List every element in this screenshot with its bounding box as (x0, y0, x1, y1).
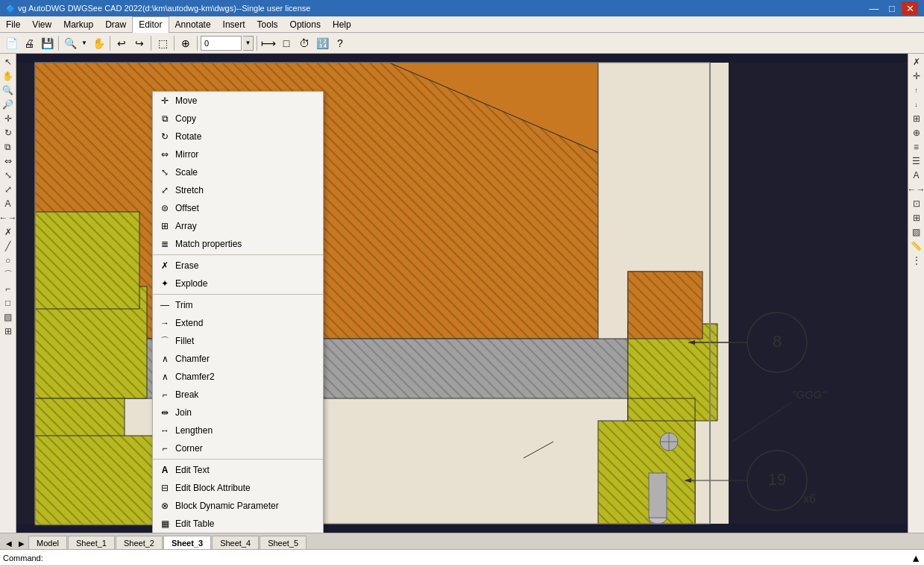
lt-stretch[interactable]: ⤢ (1, 183, 15, 196)
menu-annotate[interactable]: Annotate (169, 16, 217, 33)
menu-file[interactable]: File (0, 16, 26, 33)
menu-match-properties[interactable]: ≣ Match properties (153, 235, 323, 253)
sheet-next[interactable]: ▶ (16, 538, 28, 549)
rt-grid[interactable]: ⊞ (910, 112, 923, 125)
minimize-button[interactable]: — (866, 1, 882, 15)
rt-more[interactable]: ⋮ (910, 254, 923, 267)
layer-input[interactable]: 0 (201, 36, 242, 51)
menu-block-dynamic-parameter[interactable]: ⊗ Block Dynamic Parameter (153, 497, 323, 515)
tb-pan[interactable]: ✋ (90, 35, 107, 51)
lt-block[interactable]: ⊞ (1, 325, 15, 338)
rt-props[interactable]: ☰ (910, 154, 923, 168)
sheet-prev[interactable]: ◀ (3, 538, 15, 549)
menu-corner[interactable]: ⌐ Corner (153, 439, 323, 457)
menu-draw[interactable]: Draw (99, 16, 132, 33)
lt-arrow[interactable]: ↖ (1, 55, 15, 69)
tab-sheet3[interactable]: Sheet_3 (163, 536, 211, 549)
lt-rotate[interactable]: ↻ (1, 126, 15, 140)
rt-move[interactable]: ✛ (910, 69, 923, 83)
rt-hatch2[interactable]: ▨ (910, 225, 923, 239)
tb-undo[interactable]: ↩ (113, 35, 130, 51)
lt-zoomout[interactable]: 🔎 (1, 98, 15, 111)
tb-select[interactable]: ⬚ (154, 35, 171, 51)
rt-block2[interactable]: ⊡ (910, 197, 923, 210)
maximize-button[interactable]: □ (884, 1, 900, 15)
lt-erase[interactable]: ✗ (1, 225, 15, 239)
rt-dim3[interactable]: ←→ (910, 183, 923, 196)
rt-measure[interactable]: 📏 (910, 239, 923, 253)
menu-lengthen[interactable]: ↔ Lengthen (153, 422, 323, 439)
menu-break[interactable]: ⌐ Break (153, 386, 323, 404)
lt-polyline[interactable]: ⌐ (1, 282, 15, 295)
menu-mirror[interactable]: ⇔ Mirror (153, 145, 323, 163)
lt-line[interactable]: ╱ (1, 239, 15, 253)
tb-new[interactable]: 📄 (3, 35, 19, 51)
lt-zoomin[interactable]: 🔍 (1, 84, 15, 97)
tab-sheet2[interactable]: Sheet_2 (116, 536, 163, 549)
lt-mirror[interactable]: ⇔ (1, 154, 15, 168)
rt-zoomin[interactable]: ↑ (910, 84, 923, 97)
menu-stretch[interactable]: ⤢ Stretch (153, 181, 323, 199)
menu-copy[interactable]: ⧉ Copy (153, 110, 323, 128)
tb-watch[interactable]: ⏱ (296, 35, 312, 51)
lt-rect[interactable]: □ (1, 296, 15, 310)
rt-layer2[interactable]: ≡ (910, 140, 923, 154)
tb-print[interactable]: 🖨 (21, 35, 37, 51)
menu-help[interactable]: Help (327, 16, 357, 33)
tb-snap[interactable]: ⊕ (177, 35, 194, 51)
tb-obj[interactable]: □ (278, 35, 295, 51)
tb-zoom[interactable]: 🔍 (62, 35, 78, 51)
menu-extend[interactable]: → Extend (153, 314, 323, 332)
tb-help2[interactable]: ? (332, 35, 348, 51)
tb-calc[interactable]: 🔢 (314, 35, 330, 51)
menu-scale[interactable]: ⤡ Scale (153, 163, 323, 181)
menu-array[interactable]: ⊞ Array (153, 217, 323, 235)
tb-dim[interactable]: ⟼ (260, 35, 277, 51)
menu-explode[interactable]: ✦ Explode (153, 275, 323, 292)
command-input[interactable] (46, 554, 911, 563)
menu-view[interactable]: View (26, 16, 57, 33)
tb-dropdown-arrow[interactable]: ▼ (80, 35, 89, 51)
menu-insert[interactable]: Insert (217, 16, 251, 33)
menu-markup[interactable]: Markup (57, 16, 99, 33)
menu-tools[interactable]: Tools (251, 16, 284, 33)
rt-insert[interactable]: ⊞ (910, 211, 923, 225)
lt-scale[interactable]: ⤡ (1, 169, 15, 182)
tb-save[interactable]: 💾 (39, 35, 55, 51)
lt-text[interactable]: A (1, 197, 15, 210)
menu-rotate[interactable]: ↻ Rotate (153, 128, 323, 145)
tab-sheet5[interactable]: Sheet_5 (260, 536, 307, 549)
menu-edit-text[interactable]: A Edit Text (153, 461, 323, 479)
rt-zoomout[interactable]: ↓ (910, 98, 923, 111)
rt-erase[interactable]: ✗ (910, 55, 923, 69)
menu-offset[interactable]: ⊜ Offset (153, 199, 323, 217)
lt-copy[interactable]: ⧉ (1, 140, 15, 154)
menu-erase[interactable]: ✗ Erase (153, 257, 323, 275)
menu-options[interactable]: Options (284, 16, 327, 33)
lt-arc[interactable]: ⌒ (1, 268, 15, 281)
lt-circle[interactable]: ○ (1, 254, 15, 267)
canvas-area[interactable]: 8 19 x6 "GGG" (16, 54, 908, 533)
rt-snap2[interactable]: ⊕ (910, 126, 923, 140)
scroll-up[interactable]: ▲ (911, 552, 921, 564)
menu-edit-table[interactable]: ▦ Edit Table (153, 515, 323, 533)
menu-chamfer2[interactable]: ∧ Chamfer2 (153, 368, 323, 386)
lt-pan2[interactable]: ✋ (1, 69, 15, 83)
tab-sheet1[interactable]: Sheet_1 (68, 536, 115, 549)
menu-chamfer[interactable]: ∧ Chamfer (153, 350, 323, 368)
menu-trim[interactable]: — Trim (153, 296, 323, 314)
layer-dropdown[interactable]: ▼ (243, 36, 254, 51)
menu-fillet[interactable]: ⌒ Fillet (153, 332, 323, 350)
menu-join[interactable]: ⇹ Join (153, 404, 323, 422)
lt-hatch[interactable]: ▨ (1, 310, 15, 324)
lt-dim2[interactable]: ←→ (1, 211, 15, 225)
titlebar-controls[interactable]: — □ ✕ (866, 1, 918, 15)
menu-editor[interactable]: Editor (132, 16, 169, 33)
close-button[interactable]: ✕ (902, 1, 918, 15)
rt-annot[interactable]: A (910, 169, 923, 182)
tab-sheet4[interactable]: Sheet_4 (212, 536, 259, 549)
tb-redo[interactable]: ↪ (131, 35, 148, 51)
lt-move[interactable]: ✛ (1, 112, 15, 125)
menu-move[interactable]: ✛ Move (153, 92, 323, 110)
menu-edit-block-attribute[interactable]: ⊟ Edit Block Attribute (153, 479, 323, 497)
